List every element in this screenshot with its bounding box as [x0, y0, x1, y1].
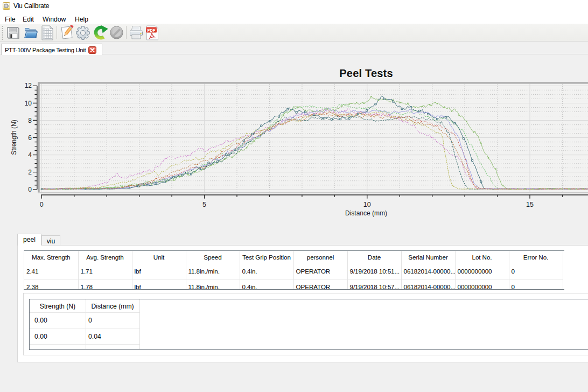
svg-text:6: 6 — [28, 134, 32, 142]
svg-text:Strength (N): Strength (N) — [10, 120, 18, 155]
svg-text:8: 8 — [28, 117, 32, 124]
svg-text:15: 15 — [526, 201, 534, 208]
svg-text:10: 10 — [25, 100, 32, 107]
svg-text:Peel Tests: Peel Tests — [339, 67, 393, 79]
svg-text:2: 2 — [28, 169, 32, 176]
svg-text:10: 10 — [363, 201, 371, 208]
svg-text:Distance (mm): Distance (mm) — [345, 209, 387, 217]
svg-text:12: 12 — [25, 82, 32, 89]
svg-text:PDF: PDF — [148, 28, 156, 33]
svg-text:0: 0 — [40, 201, 44, 208]
svg-text:4: 4 — [28, 151, 32, 159]
svg-text:5: 5 — [202, 201, 206, 208]
svg-text:0: 0 — [28, 186, 32, 193]
